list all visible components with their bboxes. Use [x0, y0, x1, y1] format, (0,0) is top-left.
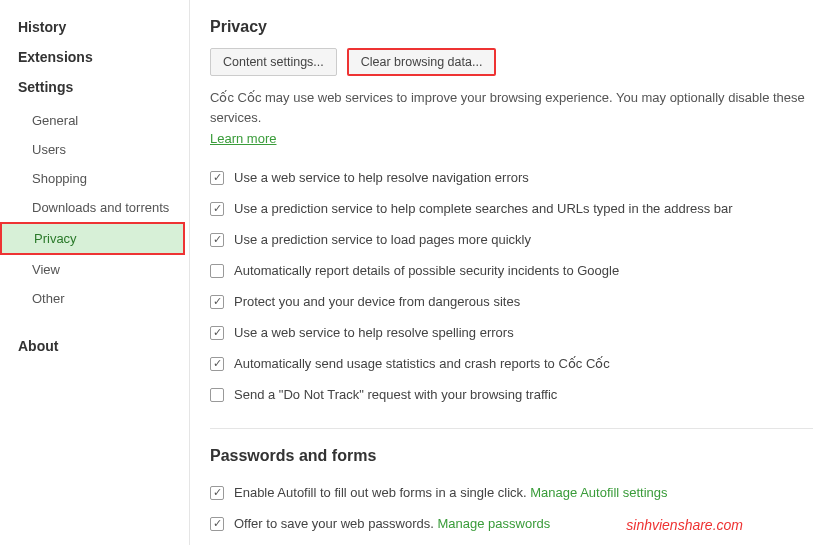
option-label: Automatically report details of possible… — [234, 263, 619, 278]
sidebar-item-extensions[interactable]: Extensions — [18, 42, 189, 72]
watermark-text: sinhvienshare.com — [626, 517, 743, 533]
manage-autofill-link[interactable]: Manage Autofill settings — [530, 485, 667, 500]
privacy-description: Cốc Cốc may use web services to improve … — [210, 88, 813, 127]
option-usage-stats: Automatically send usage statistics and … — [210, 348, 813, 379]
checkbox-icon[interactable] — [210, 326, 224, 340]
option-label: Use a web service to help resolve spelli… — [234, 325, 514, 340]
sidebar-item-downloads[interactable]: Downloads and torrents — [18, 193, 189, 222]
sidebar-item-settings[interactable]: Settings — [18, 72, 189, 102]
manage-passwords-link[interactable]: Manage passwords — [438, 516, 551, 531]
learn-more-link[interactable]: Learn more — [210, 131, 276, 146]
checkbox-icon[interactable] — [210, 202, 224, 216]
option-dangerous-sites: Protect you and your device from dangero… — [210, 286, 813, 317]
sidebar-item-view[interactable]: View — [18, 255, 189, 284]
option-label: Use a prediction service to load pages m… — [234, 232, 531, 247]
checkbox-icon[interactable] — [210, 357, 224, 371]
option-do-not-track: Send a "Do Not Track" request with your … — [210, 379, 813, 410]
option-label: Protect you and your device from dangero… — [234, 294, 520, 309]
option-label-wrap: Offer to save your web passwords. Manage… — [234, 516, 550, 531]
option-label: Automatically send usage statistics and … — [234, 356, 610, 371]
checkbox-icon[interactable] — [210, 388, 224, 402]
option-label: Enable Autofill to fill out web forms in… — [234, 485, 530, 500]
clear-browsing-data-button[interactable]: Clear browsing data... — [347, 48, 497, 76]
option-label: Use a web service to help resolve naviga… — [234, 170, 529, 185]
sidebar-item-about[interactable]: About — [18, 331, 189, 361]
option-autofill: Enable Autofill to fill out web forms in… — [210, 477, 813, 508]
option-security-incidents: Automatically report details of possible… — [210, 255, 813, 286]
option-prediction-search: Use a prediction service to help complet… — [210, 193, 813, 224]
option-spelling-errors: Use a web service to help resolve spelli… — [210, 317, 813, 348]
option-label-wrap: Enable Autofill to fill out web forms in… — [234, 485, 668, 500]
passwords-section-title: Passwords and forms — [210, 447, 813, 465]
sidebar-item-shopping[interactable]: Shopping — [18, 164, 189, 193]
main-content: Privacy Content settings... Clear browsi… — [190, 0, 833, 545]
checkbox-icon[interactable] — [210, 517, 224, 531]
sidebar-item-general[interactable]: General — [18, 106, 189, 135]
section-divider — [210, 428, 813, 429]
option-navigation-errors: Use a web service to help resolve naviga… — [210, 162, 813, 193]
checkbox-icon[interactable] — [210, 264, 224, 278]
checkbox-icon[interactable] — [210, 171, 224, 185]
option-label: Offer to save your web passwords. — [234, 516, 438, 531]
sidebar-item-other[interactable]: Other — [18, 284, 189, 313]
sidebar-item-privacy[interactable]: Privacy — [0, 222, 185, 255]
privacy-button-row: Content settings... Clear browsing data.… — [210, 48, 813, 76]
checkbox-icon[interactable] — [210, 233, 224, 247]
privacy-section-title: Privacy — [210, 18, 813, 36]
sidebar-item-users[interactable]: Users — [18, 135, 189, 164]
checkbox-icon[interactable] — [210, 295, 224, 309]
content-settings-button[interactable]: Content settings... — [210, 48, 337, 76]
sidebar-settings-sublist: General Users Shopping Downloads and tor… — [18, 106, 189, 313]
checkbox-icon[interactable] — [210, 486, 224, 500]
sidebar-item-history[interactable]: History — [18, 12, 189, 42]
option-label: Use a prediction service to help complet… — [234, 201, 733, 216]
sidebar: History Extensions Settings General User… — [0, 0, 190, 545]
option-prediction-pages: Use a prediction service to load pages m… — [210, 224, 813, 255]
option-label: Send a "Do Not Track" request with your … — [234, 387, 557, 402]
privacy-options-list: Use a web service to help resolve naviga… — [210, 162, 813, 410]
